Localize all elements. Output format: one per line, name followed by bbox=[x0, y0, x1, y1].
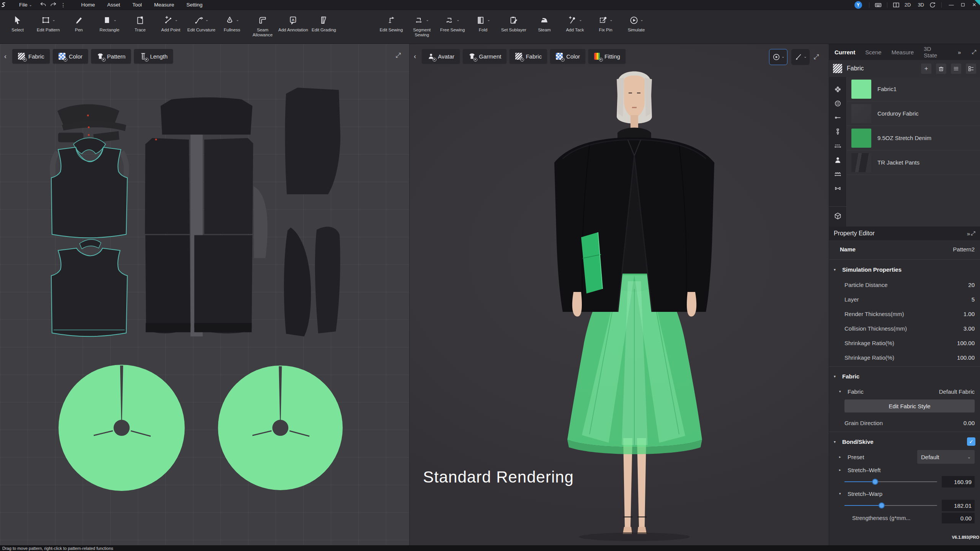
toolbar-segment-sewing[interactable]: ⌄Segment Sewing bbox=[407, 14, 437, 37]
toolbar-rectangle[interactable]: ⌄Rectangle bbox=[94, 14, 125, 33]
toolbar-pen[interactable]: Pen bbox=[64, 14, 94, 33]
tab-3d-garment[interactable]: Garment bbox=[463, 49, 506, 64]
add-fabric-button[interactable]: ＋ bbox=[921, 64, 931, 74]
menu-asset[interactable]: Asset bbox=[101, 0, 126, 10]
fabric-list-item[interactable]: TR Jacket Pants bbox=[847, 150, 980, 175]
toolbar-free-sewing[interactable]: ⌄Free Sewing bbox=[437, 14, 468, 33]
delete-fabric-button[interactable] bbox=[936, 64, 946, 74]
toolbar-edit-curvature[interactable]: ⌄Edit Curvature bbox=[186, 14, 217, 33]
tab-measure[interactable]: Measure bbox=[892, 49, 914, 55]
pattern-canvas[interactable] bbox=[0, 44, 409, 545]
preset-dropdown[interactable]: Default ⌄ bbox=[917, 450, 975, 464]
category-button-icon[interactable] bbox=[829, 96, 847, 111]
pointer-tool-button[interactable]: ⌄ bbox=[791, 49, 810, 65]
toolbar-trace[interactable]: Trace bbox=[125, 14, 155, 33]
tab-3d-avatar[interactable]: Avatar bbox=[422, 49, 460, 64]
pattern-2d-viewport[interactable]: ‹ Fabric Color Pattern Length ⤢ bbox=[0, 44, 410, 545]
toolbar-seam-allowance[interactable]: Seam Allowance bbox=[247, 14, 278, 37]
window-maximize-button[interactable] bbox=[957, 0, 969, 10]
collapse-2d-tabs-icon[interactable]: ‹ bbox=[2, 52, 8, 60]
fabric-assignment-row[interactable]: ▾ Fabric Default Fabric bbox=[829, 384, 980, 399]
list-view-button[interactable] bbox=[951, 64, 961, 74]
redo-button[interactable] bbox=[48, 0, 58, 10]
toolbar-steam[interactable]: Steam bbox=[529, 14, 560, 33]
stretch-warp-row[interactable]: ▾ Stretch–Warp bbox=[829, 488, 980, 499]
pattern-facing-shape[interactable] bbox=[253, 186, 268, 258]
tab-3d-state[interactable]: 3D State bbox=[924, 46, 937, 59]
collapse-3d-tabs-icon[interactable]: ‹ bbox=[412, 52, 418, 60]
property-value[interactable]: 20 bbox=[968, 282, 975, 288]
bond-skive-checkbox[interactable]: ✓ bbox=[967, 437, 975, 446]
property-value[interactable]: 1.00 bbox=[964, 311, 975, 317]
toolbar-select[interactable]: Select bbox=[2, 14, 33, 33]
toolbar-add-point[interactable]: ⌄Add Point bbox=[155, 14, 186, 33]
pattern-piece-sleeve-right[interactable] bbox=[315, 227, 340, 334]
collapse-panel-icon[interactable]: » bbox=[958, 49, 961, 55]
reset-view-button[interactable] bbox=[928, 0, 938, 10]
fabric-list-item[interactable]: Fabric1 bbox=[847, 77, 980, 101]
tab-3d-color[interactable]: Color bbox=[550, 49, 585, 64]
toolbar-add-tack[interactable]: ⌄Add Tack bbox=[560, 14, 590, 33]
category-topstitch-icon[interactable] bbox=[829, 139, 847, 153]
section-fabric[interactable]: ▾ Fabric bbox=[829, 368, 980, 384]
keyboard-shortcuts-button[interactable] bbox=[873, 0, 883, 10]
category-3d-asset-icon[interactable] bbox=[829, 209, 847, 223]
tab-2d-length[interactable]: Length bbox=[134, 49, 173, 64]
tab-scene[interactable]: Scene bbox=[865, 49, 882, 55]
tab-current[interactable]: Current bbox=[835, 49, 855, 55]
toolbar-edit-sewing[interactable]: Edit Sewing bbox=[376, 14, 407, 33]
menu-tool[interactable]: Tool bbox=[126, 0, 148, 10]
toolbar-edit-grading[interactable]: Edit Grading bbox=[309, 14, 339, 33]
edit-fabric-style-button[interactable]: Edit Fabric Style bbox=[844, 399, 975, 412]
pattern-piece-neckband-back[interactable] bbox=[80, 240, 101, 249]
expand-panel-icon[interactable]: ⤢ bbox=[972, 49, 976, 55]
menu-measure[interactable]: Measure bbox=[148, 0, 180, 10]
fabric-list-item[interactable]: 9.5OZ Stretch Denim bbox=[847, 126, 980, 150]
simulate-toggle-button[interactable]: ⌄ bbox=[769, 49, 787, 65]
stretch-weft-value[interactable]: 160.99 bbox=[942, 476, 975, 487]
toolbar-fullness[interactable]: ⌄Fullness bbox=[217, 14, 247, 33]
pattern-piece-jacket-yoke[interactable] bbox=[161, 98, 253, 135]
more-menu-button[interactable]: ⋮ bbox=[58, 0, 68, 10]
pattern-piece-side-panel[interactable] bbox=[285, 88, 341, 194]
category-fabric-icon[interactable] bbox=[829, 82, 847, 96]
pattern-piece-jacket-front-left[interactable] bbox=[145, 138, 190, 234]
toolbar-fix-pin[interactable]: ⌄Fix Pin bbox=[590, 14, 621, 33]
pattern-piece-jacket-front-right[interactable] bbox=[204, 138, 253, 234]
undo-button[interactable] bbox=[38, 0, 48, 10]
collapse-property-editor-icon[interactable]: » bbox=[967, 230, 970, 237]
toolbar-add-annotation[interactable]: Add Annotation bbox=[278, 14, 309, 33]
card-view-button[interactable] bbox=[966, 64, 976, 74]
menu-file[interactable]: File ⌄ bbox=[13, 0, 38, 10]
pattern-piece-vest-back[interactable] bbox=[51, 248, 127, 336]
tab-3d-fabric[interactable]: Fabric bbox=[510, 49, 547, 64]
toolbar-fold[interactable]: ⌄Fold bbox=[468, 14, 498, 33]
property-value[interactable]: 100.00 bbox=[957, 354, 975, 361]
strengtheness-value[interactable]: 0.00 bbox=[942, 513, 975, 523]
toolbar-set-sublayer[interactable]: Set Sublayer bbox=[498, 14, 529, 33]
category-shirring-icon[interactable] bbox=[829, 167, 847, 181]
section-bond-skive[interactable]: ▾ Bond/Skive ✓ bbox=[829, 434, 980, 450]
stretch-weft-slider[interactable] bbox=[844, 481, 937, 482]
category-bond-icon[interactable] bbox=[829, 181, 847, 196]
expand-property-editor-icon[interactable]: ⤢ bbox=[971, 230, 975, 237]
split-view-button[interactable] bbox=[891, 0, 901, 10]
garment-3d-viewport[interactable]: ‹ Avatar Garment Fabric Color Fitting ⌄ … bbox=[410, 44, 829, 545]
view-3d-button[interactable]: 3D bbox=[914, 2, 928, 8]
section-simulation-properties[interactable]: ▾ Simulation Properties bbox=[829, 261, 980, 277]
pattern-name-value[interactable]: Pattern2 bbox=[953, 246, 975, 253]
pattern-piece-jacket-lower-left[interactable] bbox=[145, 235, 191, 334]
tab-2d-pattern[interactable]: Pattern bbox=[91, 49, 131, 64]
stretch-weft-row[interactable]: ▸ Stretch–Weft bbox=[829, 464, 980, 476]
property-value[interactable]: 0.00 bbox=[964, 420, 975, 426]
fabric-list-item[interactable]: Corduroy Fabric bbox=[847, 101, 980, 126]
toolbar-simulate[interactable]: ⌄Simulate bbox=[621, 14, 652, 33]
expand-3d-view-icon[interactable]: ⤢ bbox=[813, 53, 819, 61]
pattern-piece-sleeve-left[interactable] bbox=[284, 228, 311, 337]
expand-2d-view-icon[interactable]: ⤢ bbox=[395, 52, 401, 59]
stretch-warp-value[interactable]: 182.01 bbox=[942, 500, 975, 511]
tab-2d-fabric[interactable]: Fabric bbox=[12, 49, 50, 64]
pattern-piece-circle-skirt-2[interactable] bbox=[218, 365, 343, 490]
toolbar-edit-pattern[interactable]: ⌄Edit Pattern bbox=[33, 14, 64, 33]
property-value[interactable]: 100.00 bbox=[957, 340, 975, 346]
